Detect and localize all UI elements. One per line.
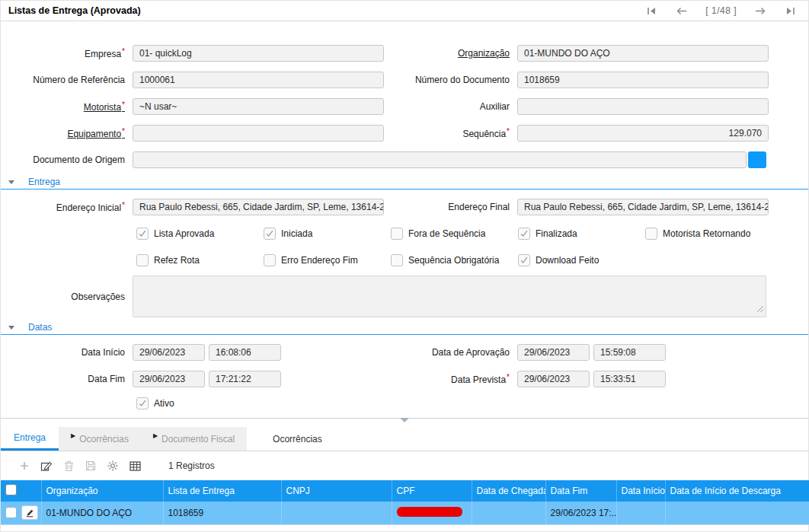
- documento-origem-lookup-button[interactable]: [748, 151, 766, 168]
- cpf-redacted-bar: [397, 507, 462, 517]
- checkbox-erro-endereco-fim: Erro Endereço Fim: [264, 254, 391, 266]
- cell-data-chegada: [472, 502, 545, 524]
- tab-ocorrencias[interactable]: ▶ Ocorrências: [59, 427, 141, 451]
- sequencia-obrigatoria-checkbox[interactable]: [391, 254, 403, 266]
- sequencia-label: Sequência: [384, 127, 513, 139]
- section-datas-title: Datas: [28, 322, 52, 333]
- refez-rota-checkbox[interactable]: [136, 254, 149, 266]
- row-edit-icon[interactable]: [21, 505, 38, 520]
- row-select-checkbox[interactable]: [5, 507, 17, 518]
- motorista-field[interactable]: ~N usar~: [133, 98, 384, 115]
- finalizada-checkbox[interactable]: [518, 228, 530, 240]
- endereco-final-label: Endereço Final: [384, 202, 513, 212]
- col-header-cpf[interactable]: CPF: [392, 480, 472, 502]
- col-header-data-fim[interactable]: Data Fim: [545, 480, 616, 502]
- add-row-icon[interactable]: [18, 459, 31, 473]
- documento-origem-label: Documento de Origem: [1, 155, 129, 165]
- checkbox-motorista-retornando: Motorista Retornando: [645, 228, 772, 240]
- select-all-checkbox[interactable]: [5, 484, 17, 495]
- collapse-triangle-icon: [8, 326, 14, 330]
- page-title: Listas de Entrega (Aprovada): [8, 5, 141, 16]
- documento-origem-field[interactable]: [133, 151, 747, 168]
- collapse-triangle-icon: [8, 180, 14, 184]
- data-aprovacao-time-field[interactable]: 15:59:08: [593, 344, 666, 361]
- cell-data-fim: 29/06/2023 17:...: [545, 502, 616, 524]
- empresa-label: Empresa: [1, 47, 129, 59]
- iniciada-checkbox[interactable]: [264, 228, 276, 240]
- record-pager: [ 1/48 ]: [644, 5, 798, 17]
- section-datas-header[interactable]: Datas: [1, 323, 808, 335]
- col-header-data-de-chegada[interactable]: Data de Chegada: [472, 480, 545, 502]
- delivery-form: Empresa 01- quickLog Organização 01-MUND…: [1, 21, 808, 168]
- section-entrega-header[interactable]: Entrega: [1, 178, 808, 190]
- checkbox-download-feito: Download Feito: [518, 254, 645, 266]
- numero-referencia-label: Número de Referência: [1, 75, 129, 85]
- table-row[interactable]: 01-MUNDO DO AÇO 1018659 29/06/2023 17:..…: [1, 502, 809, 524]
- checkbox-fora-de-sequencia: Fora de Sequência: [391, 228, 518, 240]
- empresa-field[interactable]: 01- quickLog: [133, 45, 384, 62]
- data-inicio-time-field[interactable]: 16:08:06: [209, 344, 281, 361]
- sequencia-field[interactable]: 129.070: [517, 125, 769, 142]
- first-record-icon[interactable]: [644, 5, 658, 17]
- table-header-row: Organização Lista de Entrega CNPJ CPF Da…: [1, 480, 809, 502]
- col-header-data-inicio-descarga[interactable]: Data de Início de Descarga: [665, 480, 809, 502]
- data-fim-time-field[interactable]: 17:21:22: [209, 371, 281, 387]
- checkbox-lista-aprovada: Lista Aprovada: [136, 228, 264, 240]
- endereco-inicial-field[interactable]: Rua Paulo Rebessi, 665, Cidade Jardim, S…: [133, 199, 384, 215]
- previous-record-icon[interactable]: [675, 5, 689, 17]
- title-bar: Listas de Entrega (Aprovada) [ 1/48 ]: [1, 1, 808, 21]
- delete-row-icon[interactable]: [62, 459, 75, 473]
- endereco-inicial-label: Endereço Inicial: [1, 201, 129, 213]
- motorista-retornando-checkbox[interactable]: [645, 228, 657, 240]
- cell-cnpj: [281, 502, 392, 524]
- organizacao-field[interactable]: 01-MUNDO DO AÇO: [517, 45, 769, 62]
- tab-entrega[interactable]: Entrega: [1, 427, 59, 451]
- edit-row-icon[interactable]: [40, 459, 53, 473]
- tab-documento-fiscal[interactable]: ▶ Documento Fiscal: [141, 427, 247, 451]
- col-header-lista-de-entrega[interactable]: Lista de Entrega: [163, 480, 281, 502]
- observacoes-textarea[interactable]: [133, 276, 766, 317]
- data-prevista-date-field[interactable]: 29/06/2023: [517, 371, 590, 387]
- data-fim-date-field[interactable]: 29/06/2023: [133, 371, 205, 387]
- lista-aprovada-checkbox[interactable]: [136, 228, 149, 240]
- numero-documento-label: Número do Documento: [384, 75, 513, 85]
- cell-data-inicio: [616, 502, 665, 524]
- cell-organizacao: 01-MUNDO DO AÇO: [41, 502, 163, 524]
- last-record-icon[interactable]: [784, 5, 798, 17]
- numero-documento-field[interactable]: 1018659: [517, 72, 769, 88]
- col-header-cnpj[interactable]: CNPJ: [281, 480, 392, 502]
- col-header-organizacao[interactable]: Organização: [41, 480, 163, 502]
- data-inicio-date-field[interactable]: 29/06/2023: [133, 344, 205, 361]
- numero-referencia-field[interactable]: 1000061: [133, 72, 384, 88]
- col-header-data-inicio[interactable]: Data Início: [616, 480, 665, 502]
- grid-view-icon[interactable]: [128, 459, 142, 473]
- auxiliar-field[interactable]: [517, 98, 769, 115]
- select-all-header: [1, 480, 41, 502]
- data-fim-label: Data Fim: [1, 374, 129, 384]
- resize-handle-icon[interactable]: [756, 304, 764, 315]
- checkbox-ativo: Ativo: [136, 397, 766, 409]
- record-counter: [ 1/48 ]: [705, 5, 737, 16]
- data-aprovacao-date-field[interactable]: 29/06/2023: [517, 344, 590, 361]
- panel-splitter[interactable]: [1, 418, 808, 424]
- splitter-grip-icon[interactable]: [400, 418, 409, 422]
- equipamento-label[interactable]: Equipamento: [1, 127, 129, 139]
- settings-gear-icon[interactable]: [106, 459, 120, 473]
- organizacao-label[interactable]: Organização: [384, 48, 513, 59]
- download-feito-checkbox[interactable]: [518, 254, 530, 266]
- observacoes-label: Observações: [1, 291, 129, 302]
- panel-title-ocorrencias: Ocorrências: [273, 427, 322, 451]
- data-aprovacao-label: Data de Aprovação: [384, 347, 513, 358]
- ativo-checkbox[interactable]: [136, 397, 149, 409]
- erro-endereco-fim-checkbox[interactable]: [264, 254, 276, 266]
- equipamento-field[interactable]: [133, 125, 384, 142]
- next-record-icon[interactable]: [753, 5, 767, 17]
- save-icon[interactable]: [84, 459, 98, 473]
- endereco-final-field[interactable]: Rua Paulo Rebessi, 665, Cidade Jardim, S…: [517, 199, 769, 215]
- detail-tabgroup: Entrega ▶ Ocorrências ▶ Documento Fiscal: [1, 427, 247, 451]
- fora-de-sequencia-checkbox[interactable]: [391, 228, 403, 240]
- checkbox-refez-rota: Refez Rota: [136, 254, 264, 266]
- motorista-label[interactable]: Motorista: [1, 100, 129, 113]
- checkbox-finalizada: Finalizada: [518, 228, 645, 240]
- data-prevista-time-field[interactable]: 15:33:51: [593, 371, 666, 387]
